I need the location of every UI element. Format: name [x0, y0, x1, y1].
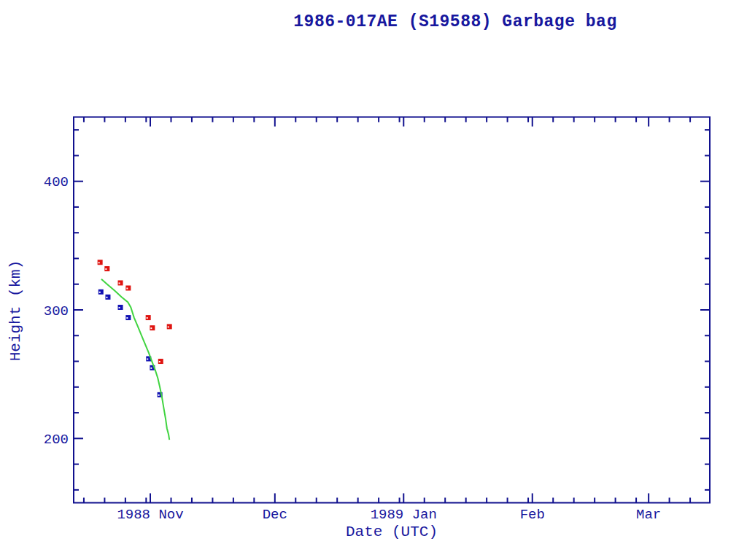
plot-frame [74, 117, 710, 503]
marker-dot [158, 394, 160, 396]
marker-dot [105, 268, 107, 270]
marker-dot [150, 327, 152, 329]
marker-dot [150, 368, 152, 369]
y-tick-label: 400 [44, 174, 69, 190]
marker-dot [168, 326, 169, 327]
marker-dot [119, 282, 120, 284]
x-tick-label: Dec [263, 507, 287, 523]
marker-dot [119, 307, 120, 308]
marker-dot [126, 288, 128, 289]
x-tick-label: 1989 Jan [371, 507, 437, 523]
y-tick-label: 300 [44, 303, 69, 319]
marker-dot [98, 262, 100, 263]
marker-dot [126, 317, 128, 319]
x-tick-label: 1988 Nov [117, 507, 183, 523]
marker-dot [147, 359, 148, 360]
marker-dot [106, 297, 107, 298]
marker-dot [99, 292, 101, 293]
satellite-decay-chart-page: 1986-017AE (S19588) Garbage bag Height (… [0, 0, 747, 560]
x-tick-label: Mar [636, 507, 661, 523]
plot-area: 1988 NovDec1989 JanFebMar200300400 [0, 0, 747, 560]
x-tick-label: Feb [520, 507, 545, 523]
marker-dot [147, 317, 148, 319]
y-tick-label: 200 [44, 432, 69, 448]
marker-dot [159, 361, 160, 362]
